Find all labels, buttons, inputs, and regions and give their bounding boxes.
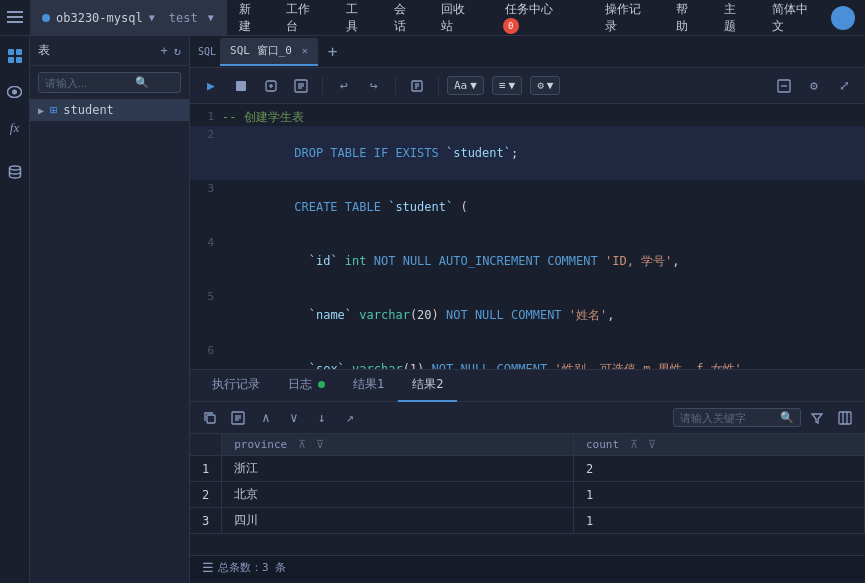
menu-session[interactable]: 会话: [390, 1, 422, 35]
result-copy-btn[interactable]: [198, 406, 222, 430]
filter-btn[interactable]: [805, 406, 829, 430]
top-menu-right: [831, 6, 865, 30]
col-count-sort-asc[interactable]: ⊼: [630, 438, 638, 451]
row-1-province: 浙江: [222, 456, 574, 482]
sidebar-icon-eye[interactable]: [3, 80, 27, 104]
toolbar-settings-btn[interactable]: ⚙: [801, 73, 827, 99]
column-settings-btn[interactable]: [833, 406, 857, 430]
tab-dot: [42, 14, 50, 22]
snippet-button[interactable]: [404, 73, 430, 99]
more-dropdown-icon: ▼: [547, 79, 554, 92]
tab-dropdown-icon[interactable]: ▼: [149, 12, 155, 23]
sql-tab-bar: SQL SQL 窗口_0 ✕ +: [190, 36, 865, 68]
result-expand-btn[interactable]: ↗: [338, 406, 362, 430]
result-tab-log[interactable]: 日志: [274, 370, 339, 402]
left-panel-header: 表 + ↻: [30, 36, 189, 66]
table-row: 3 四川 1: [190, 508, 865, 534]
filter-box: 🔍: [673, 408, 801, 427]
indent-dropdown[interactable]: ≡ ▼: [492, 76, 522, 95]
sql-label: SQL: [198, 46, 216, 57]
sql-tab-0-label: SQL 窗口_0: [230, 43, 292, 58]
result-down-btn[interactable]: ↓: [310, 406, 334, 430]
svg-rect-2: [7, 21, 23, 23]
explain-button[interactable]: [258, 73, 284, 99]
col-header-province[interactable]: province ⊼ ⊽: [222, 434, 574, 456]
result-tab-result1[interactable]: 结果1: [339, 370, 398, 402]
result-export-btn[interactable]: [226, 406, 250, 430]
code-line-3: 3 CREATE TABLE `student` (: [190, 180, 865, 234]
col-header-rownum: [190, 434, 222, 456]
tree-item-label: student: [63, 103, 114, 117]
row-3-count: 1: [573, 508, 864, 534]
sql-tab-0[interactable]: SQL 窗口_0 ✕: [220, 38, 318, 66]
stop-button[interactable]: [228, 73, 254, 99]
connection-tab[interactable]: ob3230-mysql ▼ test ▼: [30, 0, 227, 36]
more-dropdown[interactable]: ⚙ ▼: [530, 76, 560, 95]
sidebar-icon-database[interactable]: [3, 160, 27, 184]
left-panel-add[interactable]: +: [161, 44, 168, 58]
tree-item-student[interactable]: ▶ ⊞ student: [30, 99, 189, 121]
main-layout: fx 表 + ↻ 🔍 ▶ ⊞ student: [0, 36, 865, 583]
toolbar-right-btn1[interactable]: [771, 73, 797, 99]
sidebar-icons: fx: [0, 36, 30, 583]
undo-button[interactable]: ↩: [331, 73, 357, 99]
menu-tasks[interactable]: 任务中心 0: [497, 1, 585, 34]
user-avatar[interactable]: [831, 6, 855, 30]
col-header-count[interactable]: count ⊼ ⊽: [573, 434, 864, 456]
menu-recycle[interactable]: 回收站: [437, 1, 481, 35]
tab2-dropdown-icon[interactable]: ▼: [208, 12, 214, 23]
font-dropdown[interactable]: Aa ▼: [447, 76, 484, 95]
result-tab-result2-label: 结果2: [412, 376, 443, 393]
data-table-wrap: province ⊼ ⊽ count ⊼ ⊽: [190, 434, 865, 555]
code-text-3: CREATE TABLE `student` (: [222, 180, 468, 234]
filter-input[interactable]: [680, 412, 780, 424]
menu-oplog[interactable]: 操作记录: [601, 1, 656, 35]
toolbar: ▶ ↩: [190, 68, 865, 104]
line-num-1: 1: [194, 108, 222, 126]
code-editor[interactable]: 1 -- 创建学生表 2 DROP TABLE IF EXISTS `stude…: [190, 104, 865, 369]
data-table: province ⊼ ⊽ count ⊼ ⊽: [190, 434, 865, 534]
status-left: ☰ 总条数：3 条: [202, 560, 286, 575]
connection-tab-label: ob3230-mysql: [56, 11, 143, 25]
table-icon: ⊞: [50, 103, 57, 117]
row-1-count: 2: [573, 456, 864, 482]
left-panel-refresh[interactable]: ↻: [174, 44, 181, 58]
format-button[interactable]: [288, 73, 314, 99]
col-province-sort-asc[interactable]: ⊼: [298, 438, 306, 451]
tree-arrow-icon: ▶: [38, 105, 44, 116]
sql-add-tab[interactable]: +: [322, 42, 344, 61]
sidebar-icon-fx[interactable]: fx: [3, 116, 27, 140]
search-input[interactable]: [45, 77, 135, 89]
redo-button[interactable]: ↪: [361, 73, 387, 99]
line-num-4: 4: [194, 234, 222, 252]
menu-icon[interactable]: [0, 11, 30, 25]
svg-rect-10: [236, 81, 246, 91]
run-button[interactable]: ▶: [198, 73, 224, 99]
row-2-province: 北京: [222, 482, 574, 508]
code-text-6: `sex` varchar(1) NOT NULL COMMENT '性别, 可…: [222, 342, 749, 369]
menu-tools[interactable]: 工具: [342, 1, 374, 35]
result-sort-asc-btn[interactable]: ∧: [254, 406, 278, 430]
menu-new[interactable]: 新建: [235, 1, 267, 35]
result-tab-result2[interactable]: 结果2: [398, 370, 457, 402]
sql-tab-close-icon[interactable]: ✕: [302, 45, 308, 56]
table-body: 1 浙江 2 2 北京 1 3 四川 1: [190, 456, 865, 534]
connection-tab2-label: test: [169, 11, 198, 25]
result-tab-execlog[interactable]: 执行记录: [198, 370, 274, 402]
code-text-1: -- 创建学生表: [222, 108, 304, 126]
result-tabs: 执行记录 日志 结果1 结果2: [190, 370, 865, 402]
menu-lang[interactable]: 简体中文: [768, 1, 823, 35]
toolbar-sep-1: [322, 77, 323, 95]
result-tab-log-label: 日志: [288, 376, 312, 393]
toolbar-expand-btn[interactable]: ⤢: [831, 73, 857, 99]
col-province-sort-desc[interactable]: ⊽: [316, 438, 324, 451]
col-count-sort-desc[interactable]: ⊽: [648, 438, 656, 451]
top-menu: 新建 工作台 工具 会话 回收站 任务中心 0 操作记录 帮助 主题 简体中文: [227, 1, 831, 35]
menu-workspace[interactable]: 工作台: [282, 1, 326, 35]
menu-help[interactable]: 帮助: [672, 1, 704, 35]
result-sort-desc-btn[interactable]: ∨: [282, 406, 306, 430]
sidebar-icon-grid[interactable]: [3, 44, 27, 68]
svg-rect-1: [7, 16, 23, 18]
menu-theme[interactable]: 主题: [720, 1, 752, 35]
col-count-label: count: [586, 438, 619, 451]
